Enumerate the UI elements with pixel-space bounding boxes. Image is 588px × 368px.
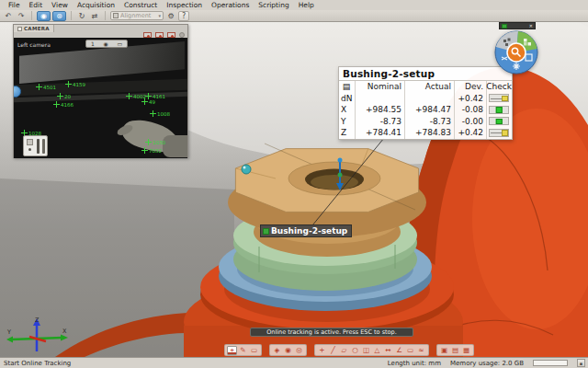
- plane-icon[interactable]: ▱: [339, 346, 349, 355]
- element-state-icon: [263, 228, 269, 235]
- menu-scripting[interactable]: Scripting: [254, 1, 293, 9]
- reference-marker: 7032: [141, 147, 162, 154]
- nominal-value: +784.41: [355, 127, 404, 139]
- undo-icon[interactable]: ↶: [3, 11, 14, 21]
- column-header-dev: Dev.: [454, 81, 486, 93]
- part-label-tag[interactable]: Bushing-2-setup: [260, 224, 352, 237]
- axis-label-z: Z: [35, 316, 40, 324]
- check-indicator: [489, 129, 509, 137]
- check-indicator: [489, 94, 509, 102]
- eye-icon[interactable]: ◉: [103, 40, 107, 47]
- bore-wall: [311, 175, 358, 190]
- zoom-center-button[interactable]: [507, 43, 526, 62]
- probe-icon[interactable]: ⌖: [227, 346, 237, 355]
- camera-tab-strip: CAMERA: [14, 25, 187, 31]
- navigation-wheel[interactable]: [494, 29, 538, 75]
- toolbar-group-construct: + ╱ ▱ ○ ◫ △ ↔ ∠ ▭ ≈: [314, 344, 429, 356]
- check-indicator: [489, 117, 509, 125]
- reference-marker: 4166: [53, 101, 74, 108]
- line-icon[interactable]: ╱: [328, 346, 338, 355]
- help-button[interactable]: ?: [178, 11, 189, 21]
- pin-band: [338, 173, 343, 178]
- nav-wheel-titlebar[interactable]: ✕: [499, 22, 536, 29]
- memory-usage-label: Memory usage:: [450, 360, 500, 367]
- angle-icon[interactable]: ∠: [394, 346, 404, 355]
- memory-usage-value: 2.0 GB: [502, 360, 524, 367]
- circle-icon[interactable]: ○: [350, 346, 360, 355]
- reference-marker: 4159: [65, 81, 85, 87]
- toolbar-group-modes: ⌖ ✎ ▭: [224, 344, 262, 356]
- cone-icon[interactable]: △: [372, 346, 382, 355]
- reference-marker: 1030: [145, 139, 165, 145]
- axis-label-x: X: [62, 328, 67, 335]
- column-header-actual: Actual: [404, 81, 454, 93]
- monitor-icon[interactable]: ▭: [117, 40, 122, 47]
- camera-tab-label: CAMERA: [24, 26, 50, 31]
- toolbar-group-report: ▣ ▤ ▦: [436, 344, 474, 356]
- menu-help[interactable]: Help: [294, 1, 319, 9]
- progress-panel-button[interactable]: ▪: [577, 359, 585, 367]
- actual-value: [404, 93, 454, 105]
- display-icon[interactable]: ▭: [249, 346, 259, 355]
- tracking-status-tooltip: Online tracking is active. Press ESC to …: [250, 328, 413, 337]
- camera-image[interactable]: Left camera 1 ◉ ▭ 4501 4159 20 4166 4002…: [14, 38, 187, 158]
- camera-tab-icon: [17, 27, 22, 31]
- column-header-nominal: Nominal: [355, 81, 404, 93]
- report-icon[interactable]: ▦: [461, 346, 471, 355]
- tracking-mode-button[interactable]: ⊛: [52, 11, 66, 21]
- status-message: Start Online Tracking: [4, 360, 71, 367]
- tab-camera[interactable]: CAMERA: [14, 25, 54, 32]
- reference-marker: 1008: [150, 110, 170, 117]
- table-settings-icon[interactable]: ▤: [339, 81, 355, 93]
- menu-acquisition[interactable]: Acquisition: [73, 1, 119, 9]
- menu-file[interactable]: File: [4, 1, 25, 9]
- pen-icon[interactable]: ✎: [238, 346, 248, 355]
- probe-mode-button[interactable]: ◉: [37, 11, 51, 21]
- cylinder-icon[interactable]: ◫: [361, 346, 371, 355]
- refresh-icon[interactable]: ↻: [76, 11, 87, 21]
- copy-icon[interactable]: ▣: [439, 346, 449, 355]
- row-name: dN: [339, 93, 355, 105]
- actual-value: -8.73: [404, 116, 454, 128]
- status-right: Length unit: mm Memory usage: 2.0 GB ▪: [388, 359, 585, 367]
- fixture-icon[interactable]: ◈: [272, 346, 282, 355]
- toolbar-separator: [71, 11, 72, 20]
- length-unit-label: Length unit:: [388, 360, 426, 367]
- disc-icon[interactable]: ◉: [283, 346, 293, 355]
- alignment-value: Alignment: [120, 12, 156, 19]
- remote-control-overlay[interactable]: [23, 135, 48, 156]
- stereo-icon[interactable]: ◎: [294, 346, 304, 355]
- menu-view[interactable]: View: [47, 1, 73, 9]
- alignment-dropdown[interactable]: Alignment ▾: [110, 11, 164, 20]
- point-icon[interactable]: +: [317, 346, 327, 355]
- menu-edit[interactable]: Edit: [25, 1, 48, 9]
- nav-wheel-grip-icon: [502, 24, 507, 29]
- sync-icon[interactable]: ⇄: [89, 11, 100, 21]
- operator-forearm: [163, 135, 187, 157]
- axes-triad: Z Y X: [6, 315, 70, 357]
- section-icon[interactable]: ≈: [416, 346, 426, 355]
- clipboard-icon[interactable]: ▤: [450, 346, 460, 355]
- settings-icon[interactable]: ⚙: [165, 11, 176, 21]
- axis-label-y: Y: [6, 328, 11, 336]
- distance-icon[interactable]: ↔: [383, 346, 393, 355]
- camera-overlay-toolbar[interactable]: 1 ◉ ▭: [85, 40, 128, 48]
- deviation-value: -0.08: [454, 104, 486, 116]
- reference-marker: 4501: [36, 84, 56, 90]
- menu-operations[interactable]: Operations: [207, 1, 254, 9]
- bushing-assembly[interactable]: [200, 144, 454, 337]
- inspection-result-popup[interactable]: Bushing-2-setup ▤ Nominal Actual Dev. Ch…: [338, 66, 513, 140]
- part-label-text: Bushing-2-setup: [271, 226, 347, 236]
- redo-icon[interactable]: ↷: [16, 11, 27, 21]
- progress-bar: [533, 360, 568, 366]
- pin-head: [338, 158, 343, 163]
- deviation-value: -0.00: [454, 116, 486, 128]
- actual-value: +784.83: [404, 127, 454, 139]
- menu-inspection[interactable]: Inspection: [162, 1, 207, 9]
- callout-icon[interactable]: ▭: [405, 346, 415, 355]
- close-icon[interactable]: ✕: [529, 23, 533, 29]
- row-name: Y: [339, 116, 355, 128]
- gom-application-window: Z Y X File Edit View Acquisition Constru…: [0, 0, 588, 368]
- status-bar: Start Online Tracking Length unit: mm Me…: [0, 357, 588, 368]
- menu-construct[interactable]: Construct: [119, 1, 162, 9]
